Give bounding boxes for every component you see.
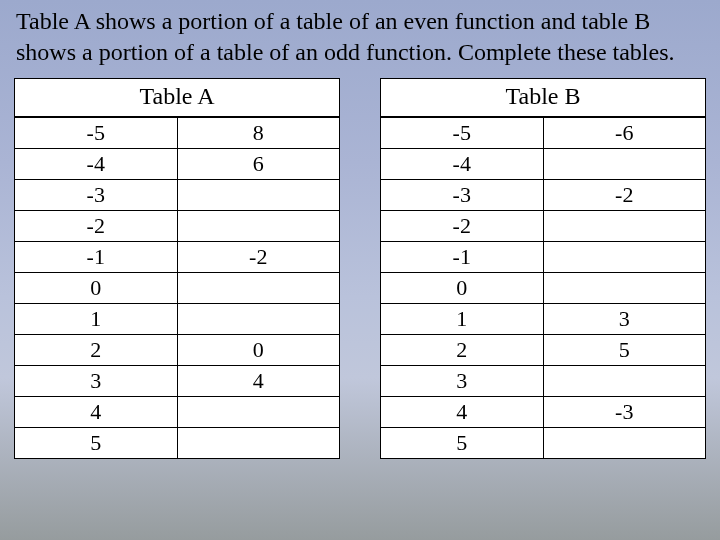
- problem-statement: Table A shows a portion of a table of an…: [0, 0, 720, 78]
- table-b-y: [543, 428, 705, 459]
- table-a-x: 5: [15, 428, 177, 459]
- table-b-x: -4: [381, 149, 543, 180]
- table-b-y: -6: [543, 118, 705, 149]
- table-a-x: 3: [15, 366, 177, 397]
- table-row: -1 -2: [15, 242, 339, 273]
- table-row: -2: [381, 211, 705, 242]
- table-a-y: [177, 397, 339, 428]
- table-a-y: [177, 428, 339, 459]
- table-b-x: 5: [381, 428, 543, 459]
- table-a-y: [177, 180, 339, 211]
- table-a-y: 6: [177, 149, 339, 180]
- table-b-y: [543, 149, 705, 180]
- table-a-x: 1: [15, 304, 177, 335]
- table-row: -4 6: [15, 149, 339, 180]
- tables-region: Table A -5 8 -4 6 -3 -2: [0, 78, 720, 459]
- table-row: -3 -2: [381, 180, 705, 211]
- table-a-x: -3: [15, 180, 177, 211]
- table-a-y: 0: [177, 335, 339, 366]
- table-b-x: 2: [381, 335, 543, 366]
- table-row: 3: [381, 366, 705, 397]
- table-row: -1: [381, 242, 705, 273]
- table-b-y: [543, 366, 705, 397]
- table-row: 2 5: [381, 335, 705, 366]
- table-row: 5: [15, 428, 339, 459]
- table-b-y: -2: [543, 180, 705, 211]
- table-a-y: 8: [177, 118, 339, 149]
- table-a-x: -4: [15, 149, 177, 180]
- table-b-x: 1: [381, 304, 543, 335]
- table-b-x: -3: [381, 180, 543, 211]
- table-row: 1: [15, 304, 339, 335]
- table-a-x: 4: [15, 397, 177, 428]
- table-b-x: -2: [381, 211, 543, 242]
- table-row: 4 -3: [381, 397, 705, 428]
- table-b-x: -1: [381, 242, 543, 273]
- table-row: 0: [15, 273, 339, 304]
- table-a: Table A -5 8 -4 6 -3 -2: [14, 78, 340, 459]
- table-row: 3 4: [15, 366, 339, 397]
- table-b-y: -3: [543, 397, 705, 428]
- table-b-x: 4: [381, 397, 543, 428]
- table-row: 0: [381, 273, 705, 304]
- table-b-y: [543, 211, 705, 242]
- table-b-y: [543, 242, 705, 273]
- table-b-y: 3: [543, 304, 705, 335]
- table-row: -5 8: [15, 118, 339, 149]
- table-b-y: [543, 273, 705, 304]
- table-a-title: Table A: [15, 79, 339, 117]
- table-row: 1 3: [381, 304, 705, 335]
- table-row: -3: [15, 180, 339, 211]
- table-row: 4: [15, 397, 339, 428]
- table-a-x: 2: [15, 335, 177, 366]
- table-row: -4: [381, 149, 705, 180]
- table-a-y: 4: [177, 366, 339, 397]
- table-b-y: 5: [543, 335, 705, 366]
- table-a-grid: -5 8 -4 6 -3 -2 -1 -2: [15, 117, 339, 458]
- table-b: Table B -5 -6 -4 -3 -2 -2: [380, 78, 706, 459]
- table-b-x: -5: [381, 118, 543, 149]
- table-a-y: -2: [177, 242, 339, 273]
- table-b-x: 3: [381, 366, 543, 397]
- table-b-grid: -5 -6 -4 -3 -2 -2 -1: [381, 117, 705, 458]
- table-a-y: [177, 211, 339, 242]
- table-row: 2 0: [15, 335, 339, 366]
- table-a-x: -2: [15, 211, 177, 242]
- table-b-x: 0: [381, 273, 543, 304]
- table-row: -5 -6: [381, 118, 705, 149]
- table-a-y: [177, 304, 339, 335]
- table-a-y: [177, 273, 339, 304]
- table-a-x: -5: [15, 118, 177, 149]
- table-a-x: 0: [15, 273, 177, 304]
- table-row: -2: [15, 211, 339, 242]
- table-row: 5: [381, 428, 705, 459]
- table-b-title: Table B: [381, 79, 705, 117]
- table-a-x: -1: [15, 242, 177, 273]
